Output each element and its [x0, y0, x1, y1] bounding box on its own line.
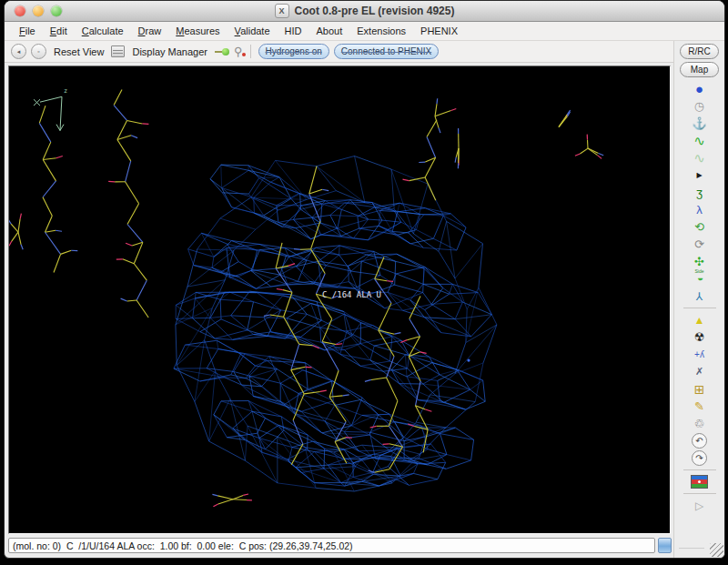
- map-sphere-icon[interactable]: ●: [674, 80, 724, 97]
- right-panel-separator: [683, 493, 716, 494]
- refinement-flag-icon[interactable]: [674, 473, 724, 490]
- expander-arrow-icon[interactable]: ▶: [674, 166, 724, 184]
- mutate-residue-icon[interactable]: ☢: [674, 328, 724, 346]
- right-toolbar-panel: R/RC Map ●◷⚓∿∿▶ʒλ⟲⟳✣Side◖⅄▲☢+ʎ✗⊞✎♲↶↷▷: [673, 41, 724, 558]
- menu-edit[interactable]: Edit: [43, 24, 75, 38]
- menu-draw[interactable]: Draw: [131, 24, 169, 38]
- more-tools-icon[interactable]: ▷: [674, 497, 724, 514]
- toolbar: ◂ ▫ Reset View Display Manager ⚲ Hydroge…: [5, 41, 673, 63]
- side-icon-label: Side: [694, 269, 703, 274]
- add-alt-conf-icon[interactable]: +ʎ: [674, 346, 724, 363]
- main-content: ◂ ▫ Reset View Display Manager ⚲ Hydroge…: [5, 41, 724, 558]
- hydrogens-toggle-button[interactable]: Hydrogens on: [258, 44, 329, 59]
- panel-bottom-line: [679, 548, 704, 549]
- molecular-viewport-canvas[interactable]: zC /164 ALA U: [9, 66, 670, 533]
- titlebar[interactable]: X Coot 0.8-pre EL (revision 4925): [5, 1, 724, 22]
- menu-file[interactable]: File: [12, 24, 43, 38]
- status-bar: (mol. no: 0) C /1/U/164 ALA occ: 1.00 bf…: [8, 538, 655, 553]
- menubar: FileEditCalculateDrawMeasuresValidateHID…: [5, 22, 724, 41]
- map-mode-button[interactable]: Map: [680, 62, 719, 77]
- key-bindings-icon[interactable]: [215, 48, 229, 55]
- window-controls: [15, 5, 62, 16]
- redo-icon[interactable]: ↷: [674, 449, 724, 467]
- anchor-icon[interactable]: ⚓: [674, 115, 724, 132]
- flag-icon: [691, 475, 708, 489]
- atom-person-icon[interactable]: ⚲: [234, 45, 243, 57]
- window-title: Coot 0.8-pre EL (revision 4925): [295, 5, 455, 17]
- display-manager-button[interactable]: Display Manager: [129, 45, 210, 58]
- atom-label: C /164 ALA U: [322, 290, 381, 299]
- resize-grip[interactable]: [710, 543, 723, 557]
- rotate-translate-icon[interactable]: λ: [674, 201, 724, 218]
- rigid-body-fit-icon[interactable]: ʒ: [674, 184, 724, 201]
- menu-validate[interactable]: Validate: [228, 24, 278, 38]
- horizontal-scroll-thumb[interactable]: [658, 538, 672, 553]
- left-column: ◂ ▫ Reset View Display Manager ⚲ Hydroge…: [5, 41, 673, 558]
- display-manager-icon: [111, 45, 125, 57]
- regularize-zone-icon[interactable]: ∿: [674, 149, 724, 166]
- reset-view-button[interactable]: Reset View: [51, 45, 106, 58]
- undo-icon[interactable]: ↶: [674, 432, 724, 449]
- x11-app-icon: X: [275, 4, 289, 18]
- clock-icon[interactable]: ◷: [674, 97, 724, 115]
- add-terminal-residue-icon[interactable]: ▲: [674, 311, 724, 328]
- rotamer-icon[interactable]: ⟳: [674, 236, 724, 253]
- menu-hid[interactable]: HID: [278, 24, 309, 38]
- real-space-refine-icon[interactable]: ∿: [674, 132, 724, 149]
- right-panel-separator: [683, 308, 716, 308]
- zoom-button[interactable]: [51, 5, 62, 16]
- rrc-mode-button[interactable]: R/RC: [680, 44, 719, 59]
- delete-atom-icon[interactable]: ✗: [674, 363, 724, 380]
- right-icon-list: ●◷⚓∿∿▶ʒλ⟲⟳✣Side◖⅄▲☢+ʎ✗⊞✎♲↶↷▷: [674, 80, 724, 514]
- right-panel-separator: [683, 469, 716, 470]
- auto-fit-rotamer-icon[interactable]: ⟲: [674, 218, 724, 236]
- close-button[interactable]: [15, 5, 25, 16]
- side-chain-180-icon[interactable]: Side◖: [674, 270, 724, 288]
- brush-icon[interactable]: ✎: [674, 398, 724, 415]
- coot-window: X Coot 0.8-pre EL (revision 4925) FileEd…: [4, 0, 725, 559]
- pointer-atom-icon[interactable]: ⊞: [674, 380, 724, 398]
- window-title-group: X Coot 0.8-pre EL (revision 4925): [275, 4, 455, 18]
- detach-toolbar-button[interactable]: ▫: [31, 44, 46, 59]
- menu-about[interactable]: About: [309, 24, 350, 38]
- phenix-connection-button[interactable]: Connected to PHENIX: [334, 44, 440, 59]
- menu-phenix[interactable]: PHENIX: [413, 24, 465, 38]
- gl-canvas-frame: zC /164 ALA U: [8, 66, 671, 534]
- minimize-button[interactable]: [33, 5, 44, 16]
- flip-peptide-icon[interactable]: ⅄: [674, 288, 724, 305]
- collapse-toolbar-button[interactable]: ◂: [11, 44, 26, 59]
- svg-text:z: z: [64, 87, 67, 95]
- menu-calculate[interactable]: Calculate: [75, 24, 131, 38]
- menu-extensions[interactable]: Extensions: [349, 24, 413, 38]
- menu-measures[interactable]: Measures: [168, 24, 227, 38]
- delete-item-icon[interactable]: ♲: [674, 415, 724, 432]
- toolbar-separator: [250, 45, 251, 58]
- status-row: (mol. no: 0) C /1/U/164 ALA occ: 1.00 bf…: [5, 536, 673, 558]
